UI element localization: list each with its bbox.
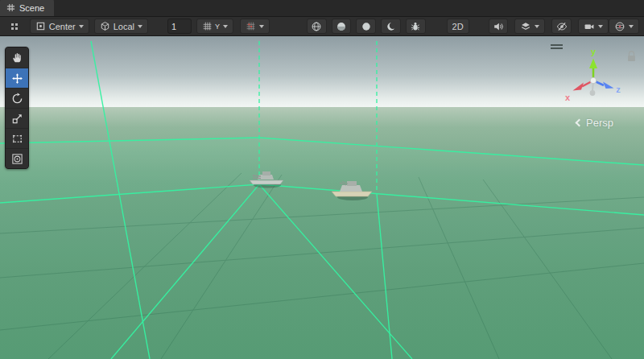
- rotate-icon: [11, 93, 23, 105]
- scene-effects-dropdown[interactable]: [514, 19, 545, 34]
- scene-render: x y z: [0, 36, 644, 359]
- snap-increment-input[interactable]: [167, 19, 192, 34]
- wireframe-globe-icon: [311, 21, 322, 32]
- rotate-tool-button[interactable]: [6, 88, 28, 108]
- rect-tool-button[interactable]: [6, 128, 28, 148]
- scene-shading-button[interactable]: [356, 19, 376, 34]
- projection-label: Persp: [586, 117, 613, 129]
- move-icon: [11, 72, 23, 85]
- rect-icon: [11, 133, 23, 145]
- chevron-down-icon: [259, 25, 264, 28]
- speaker-icon: [493, 21, 504, 32]
- tool-palette: [5, 47, 29, 169]
- snap-grid-icon: [246, 21, 256, 31]
- tab-scene-label: Scene: [19, 3, 44, 13]
- transform-tool-button[interactable]: [6, 148, 28, 168]
- scene-camera-dropdown[interactable]: [578, 19, 609, 34]
- axis-y-label: y: [591, 47, 597, 56]
- axis-neg-y-handle[interactable]: [590, 90, 596, 96]
- draw-mode-button[interactable]: [307, 19, 327, 34]
- pivot-mode-dropdown[interactable]: Center: [30, 19, 89, 34]
- shaded-sphere-icon: [336, 21, 347, 32]
- projection-toggle[interactable]: Persp: [576, 117, 613, 129]
- grid-axis-letter: Y: [215, 23, 220, 31]
- pivot-center-icon: [35, 21, 46, 31]
- tab-scene[interactable]: Scene: [0, 0, 54, 16]
- grid-plane-icon: [202, 21, 213, 31]
- scene-toolbar: Center Local Y: [0, 17, 644, 36]
- chevron-down-icon: [223, 25, 228, 28]
- axis-z-label: z: [616, 85, 621, 94]
- axis-center-handle[interactable]: [590, 77, 597, 84]
- chevron-left-icon: [576, 119, 584, 127]
- hand-tool-button[interactable]: [6, 47, 28, 68]
- scene-viewport[interactable]: x y z Persp: [0, 36, 644, 359]
- scene-fx-button[interactable]: [406, 19, 426, 34]
- transform-icon: [11, 153, 23, 165]
- scene-visibility-toggle[interactable]: [551, 19, 572, 34]
- chevron-down-icon: [79, 25, 84, 28]
- chevron-down-icon: [535, 25, 539, 28]
- overlay-grid-handle-button[interactable]: [5, 19, 25, 34]
- layers-icon: [520, 21, 531, 32]
- unity-scene-window: Scene Center Local: [0, 0, 644, 359]
- crescent-moon-icon: [386, 21, 397, 32]
- selection-volume-tint: [0, 138, 644, 359]
- dots-grid-icon: [10, 22, 19, 31]
- grid-axis-dropdown[interactable]: Y: [196, 19, 233, 34]
- gizmos-dropdown[interactable]: [609, 19, 639, 34]
- scale-tool-button[interactable]: [6, 108, 28, 128]
- white-circle-icon: [361, 21, 372, 32]
- orientation-label: Local: [114, 22, 134, 31]
- mode-2d-label: 2D: [452, 22, 464, 31]
- move-tool-button[interactable]: [6, 68, 28, 88]
- chevron-down-icon: [138, 25, 142, 28]
- hand-icon: [11, 52, 23, 64]
- grid-tab-icon: [6, 3, 15, 12]
- scene-lighting-button[interactable]: [332, 19, 352, 34]
- snap-settings-dropdown[interactable]: [240, 19, 270, 34]
- chevron-down-icon: [598, 25, 603, 28]
- mode-2d-toggle[interactable]: 2D: [447, 19, 469, 34]
- gizmo-sphere-icon: [614, 21, 625, 32]
- pivot-mode-label: Center: [49, 22, 76, 31]
- scale-icon: [11, 113, 23, 125]
- camera-icon: [584, 21, 595, 32]
- chevron-down-icon: [629, 25, 634, 28]
- axis-x-label: x: [565, 93, 571, 102]
- scene-skybox-button[interactable]: [381, 19, 401, 34]
- tab-bar: Scene: [0, 0, 644, 17]
- eye-slash-icon: [556, 21, 568, 32]
- bug-icon: [410, 21, 421, 32]
- scene-audio-toggle[interactable]: [489, 19, 509, 34]
- cube-icon: [100, 21, 110, 31]
- orientation-dropdown[interactable]: Local: [94, 19, 148, 34]
